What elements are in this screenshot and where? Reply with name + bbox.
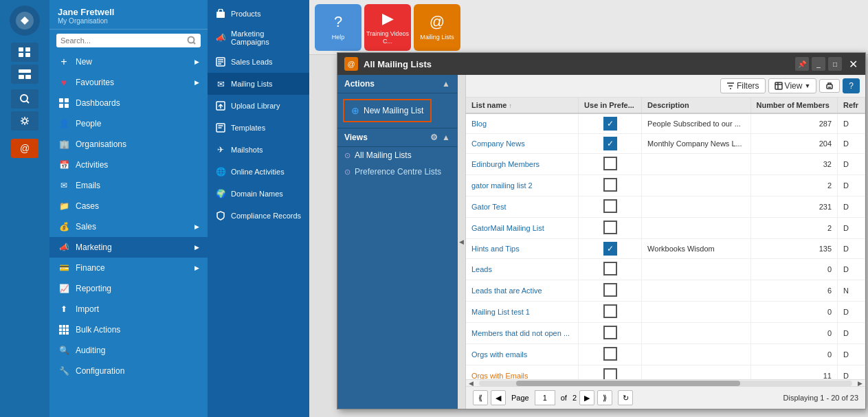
views-gear-icon[interactable]: ⚙ xyxy=(430,133,438,142)
submenu-item-products[interactable]: Products xyxy=(208,3,309,25)
window-maximize-icon[interactable]: □ xyxy=(828,57,842,71)
cell-list-name[interactable]: Company News xyxy=(466,134,579,154)
cell-use-in-prefe[interactable]: ✓ xyxy=(579,113,642,134)
view-button[interactable]: View ▼ xyxy=(768,78,817,93)
sidebar-middle-icons xyxy=(11,89,38,131)
cell-list-name[interactable]: gator mailing list 2 xyxy=(466,175,579,196)
submenu-item-upload-library[interactable]: Upload Library xyxy=(208,95,309,117)
cell-use-in-prefe[interactable] xyxy=(579,154,642,175)
nav-item-sales[interactable]: 💰 Sales ▶ xyxy=(49,216,208,237)
last-page-button[interactable]: ⟫ xyxy=(597,390,612,405)
cell-use-in-prefe[interactable] xyxy=(579,196,642,218)
cell-list-name[interactable]: Orgs with Emails xyxy=(466,365,579,380)
window-close-icon[interactable]: ✕ xyxy=(847,58,858,69)
nav-label-reporting: Reporting xyxy=(76,284,199,293)
nav-item-dashboards[interactable]: Dashboards xyxy=(49,93,208,113)
cell-use-in-prefe[interactable] xyxy=(579,218,642,239)
tile-training[interactable]: ▶ Training Videos C... xyxy=(364,4,411,51)
cell-members: 2 xyxy=(750,175,837,196)
submenu-panel: Products 📣 Marketing Campaigns Sales Lea… xyxy=(208,0,309,417)
h-scroll-bar[interactable]: ◀ ▶ xyxy=(466,379,865,386)
cell-use-in-prefe[interactable] xyxy=(579,323,642,344)
nav-item-import[interactable]: ⬆ Import xyxy=(49,299,208,319)
cell-list-name[interactable]: Mailing List test 1 xyxy=(466,302,579,323)
nav-item-bulk-actions[interactable]: Bulk Actions xyxy=(49,319,208,340)
nav-item-favourites[interactable]: ♥ Favourites ▶ xyxy=(49,72,208,93)
nav-item-auditing[interactable]: 🔍 Auditing xyxy=(49,340,208,361)
tile-help[interactable]: ? Help xyxy=(315,4,361,51)
view-item-preference-centre[interactable]: ⊙ Preference Centre Lists xyxy=(337,164,457,180)
cell-list-name[interactable]: Edinburgh Members xyxy=(466,154,579,175)
new-mailing-list-button[interactable]: ⊕ New Mailing List xyxy=(343,99,432,122)
submenu-item-templates[interactable]: Templates xyxy=(208,117,309,139)
page-input[interactable] xyxy=(535,390,555,405)
views-header-controls: ⚙ ▲ xyxy=(430,133,450,142)
cell-list-name[interactable]: Blog xyxy=(466,113,579,134)
next-page-button[interactable]: ▶ xyxy=(579,390,594,405)
cell-use-in-prefe[interactable] xyxy=(579,365,642,380)
filters-button[interactable]: Filters xyxy=(720,78,766,93)
cell-use-in-prefe[interactable] xyxy=(579,302,642,323)
tile-mailing-lists[interactable]: @ Mailing Lists xyxy=(414,4,460,51)
cell-list-name[interactable]: Leads that are Active xyxy=(466,280,579,302)
nav-item-cases[interactable]: 📁 Cases xyxy=(49,196,208,216)
nav-item-configuration[interactable]: 🔧 Configuration xyxy=(49,361,208,381)
svg-rect-18 xyxy=(63,325,65,328)
actions-collapse-icon[interactable]: ▲ xyxy=(442,79,450,89)
col-list-name[interactable]: List name ↑ xyxy=(466,98,579,113)
cell-use-in-prefe[interactable] xyxy=(579,259,642,280)
sidebar-layout-icon[interactable] xyxy=(11,65,38,84)
cell-members: 0 xyxy=(750,259,837,280)
h-scroll-right[interactable]: ▶ xyxy=(855,380,865,387)
submenu-item-mailing-lists[interactable]: ✉ Mailing Lists xyxy=(208,73,309,95)
app-logo[interactable] xyxy=(10,5,40,36)
nav-item-finance[interactable]: 💳 Finance ▶ xyxy=(49,258,208,278)
submenu-item-online-activities[interactable]: 🌐 Online Activities xyxy=(208,161,309,183)
sidebar-settings-icon[interactable] xyxy=(11,111,38,131)
dashboards-icon xyxy=(58,97,70,109)
nav-item-organisations[interactable]: 🏢 Organisations xyxy=(49,134,208,155)
cell-use-in-prefe[interactable]: ✓ xyxy=(579,239,642,259)
nav-item-reporting[interactable]: 📈 Reporting xyxy=(49,278,208,299)
cell-list-name[interactable]: GatorMail Mailing List xyxy=(466,218,579,239)
cell-use-in-prefe[interactable] xyxy=(579,344,642,365)
submenu-item-sales-leads[interactable]: Sales Leads xyxy=(208,51,309,73)
nav-item-emails[interactable]: ✉ Emails xyxy=(49,175,208,196)
view-item-all-mailing-lists[interactable]: ⊙ All Mailing Lists xyxy=(337,147,457,164)
submenu-item-domain-names[interactable]: 🌍 Domain Names xyxy=(208,183,309,205)
sidebar-search-icon[interactable] xyxy=(11,89,38,109)
cell-list-name[interactable]: Orgs with emails xyxy=(466,344,579,365)
sidebar-grid-icon[interactable] xyxy=(11,43,38,62)
cell-list-name[interactable]: Leads xyxy=(466,259,579,280)
nav-item-activities[interactable]: 📅 Activities xyxy=(49,155,208,175)
help-button[interactable]: ? xyxy=(843,78,860,93)
nav-item-marketing[interactable]: 📣 Marketing ▶ xyxy=(49,237,208,258)
print-button[interactable] xyxy=(819,79,840,93)
cell-use-in-prefe[interactable]: ✓ xyxy=(579,134,642,154)
panel-collapse-handle[interactable]: ◀ xyxy=(458,75,466,409)
cell-list-name[interactable]: Members that did not open ... xyxy=(466,323,579,344)
nav-item-new[interactable]: + New ▶ xyxy=(49,52,208,72)
submenu-item-compliance-records[interactable]: Compliance Records xyxy=(208,205,309,227)
search-input[interactable] xyxy=(60,36,187,45)
cell-list-name[interactable]: Hints and Tips xyxy=(466,239,579,259)
submenu-item-mailshots[interactable]: ✈ Mailshots xyxy=(208,139,309,161)
sidebar-email-icon[interactable]: @ xyxy=(11,139,38,158)
h-scroll-track[interactable] xyxy=(479,381,852,386)
nav-item-people[interactable]: 👤 People xyxy=(49,113,208,134)
submenu-item-marketing-campaigns[interactable]: 📣 Marketing Campaigns xyxy=(208,25,309,51)
prev-page-button[interactable]: ◀ xyxy=(491,390,506,405)
window-pin-icon[interactable]: 📌 xyxy=(795,57,809,71)
cell-list-name[interactable]: Gator Test xyxy=(466,196,579,218)
cell-use-in-prefe[interactable] xyxy=(579,280,642,302)
cell-description xyxy=(642,302,750,323)
cell-use-in-prefe[interactable] xyxy=(579,175,642,196)
views-collapse-icon[interactable]: ▲ xyxy=(442,133,450,142)
refresh-page-button[interactable]: ↻ xyxy=(618,390,633,405)
h-scroll-thumb[interactable] xyxy=(516,381,740,386)
filters-icon xyxy=(726,82,735,90)
favourites-arrow: ▶ xyxy=(194,79,199,86)
h-scroll-left[interactable]: ◀ xyxy=(466,380,476,387)
window-minimize-icon[interactable]: _ xyxy=(812,57,825,71)
first-page-button[interactable]: ⟪ xyxy=(473,390,488,405)
